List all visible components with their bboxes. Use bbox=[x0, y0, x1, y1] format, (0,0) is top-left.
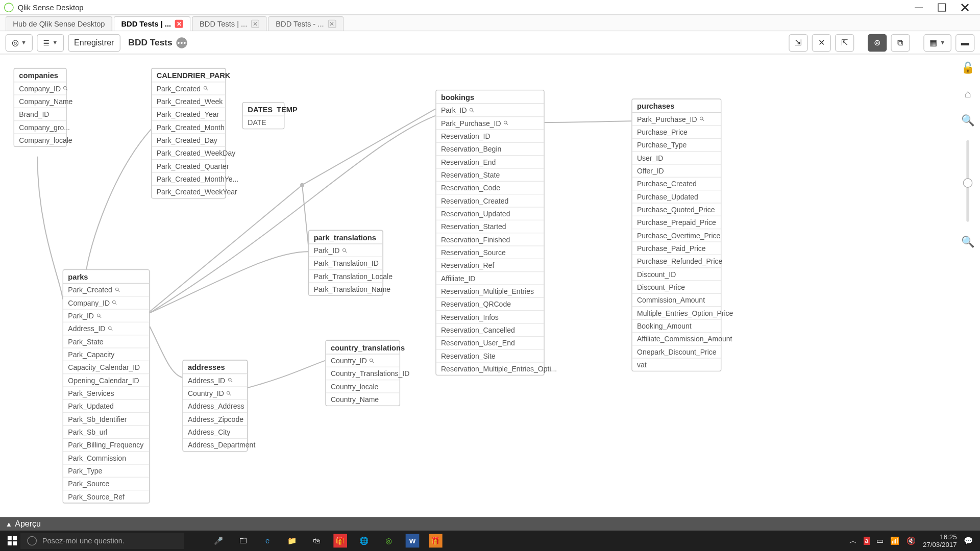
start-button[interactable] bbox=[4, 533, 20, 549]
field-row[interactable]: Park_Created_WeekDay bbox=[152, 147, 225, 160]
field-row[interactable]: Purchase_Updated bbox=[632, 190, 721, 203]
field-row[interactable]: Country_Translations_ID bbox=[326, 367, 400, 380]
field-row[interactable]: Reservation_QRCode bbox=[436, 298, 544, 311]
field-row[interactable]: Country_ID⚲ bbox=[183, 387, 247, 400]
table-header[interactable]: bookings bbox=[436, 90, 544, 104]
field-row[interactable]: Park_Purchase_ID⚲ bbox=[632, 113, 721, 126]
mic-icon[interactable]: 🎤 bbox=[211, 533, 226, 548]
table-header[interactable]: purchases bbox=[632, 99, 721, 113]
field-row[interactable]: Company_gro... bbox=[14, 121, 66, 134]
field-row[interactable]: Park_Capacity bbox=[63, 348, 149, 361]
table-header[interactable]: companies bbox=[14, 69, 66, 83]
close-icon[interactable]: ✕ bbox=[251, 20, 259, 28]
field-row[interactable]: Country_locale bbox=[326, 380, 400, 393]
field-row[interactable]: Park_Translation_Locale bbox=[309, 270, 382, 283]
clock[interactable]: 16:25 27/03/2017 bbox=[923, 533, 957, 548]
list-menu[interactable]: ≣ ▼ bbox=[37, 34, 64, 52]
field-row[interactable]: Reservation_ID bbox=[436, 130, 544, 143]
wifi-icon[interactable]: 📶 bbox=[890, 536, 900, 545]
field-row[interactable]: Park_Updated bbox=[63, 400, 149, 413]
minimize-button[interactable] bbox=[915, 3, 923, 11]
field-row[interactable]: Reservation_End bbox=[436, 156, 544, 168]
home-icon[interactable]: ⌂ bbox=[965, 88, 971, 100]
table-purchases[interactable]: purchasesPark_Purchase_ID⚲Purchase_Price… bbox=[631, 98, 721, 371]
field-row[interactable]: Company_ID⚲ bbox=[63, 296, 149, 309]
data-model-canvas[interactable]: companiesCompany_ID⚲Company_NameBrand_ID… bbox=[0, 55, 980, 510]
expand-button[interactable]: ⇱ bbox=[835, 34, 854, 52]
field-row[interactable]: Reservation_Code bbox=[436, 182, 544, 194]
field-row[interactable]: Reservation_State bbox=[436, 169, 544, 182]
table-header[interactable]: parks bbox=[63, 270, 149, 284]
field-row[interactable]: Reservation_Updated bbox=[436, 208, 544, 220]
field-row[interactable]: Affiliate_ID bbox=[436, 272, 544, 285]
field-row[interactable]: Park_ID⚲ bbox=[436, 104, 544, 117]
tab-app-2[interactable]: BDD Tests | ... ✕ bbox=[192, 16, 267, 31]
close-button[interactable] bbox=[961, 3, 969, 11]
field-row[interactable]: Park_Created_Week bbox=[152, 95, 225, 108]
zoom-out-icon[interactable]: 🔍 bbox=[961, 235, 975, 248]
field-row[interactable]: Reservation_User_End bbox=[436, 337, 544, 349]
field-row[interactable]: Park_Created_WeekYear bbox=[152, 186, 225, 198]
task-view-icon[interactable]: 🗔 bbox=[235, 533, 250, 548]
store-icon[interactable]: 🛍 bbox=[309, 533, 324, 548]
more-icon[interactable]: ••• bbox=[177, 37, 187, 48]
field-row[interactable]: Commission_Amount bbox=[632, 294, 721, 307]
table-companies[interactable]: companiesCompany_ID⚲Company_NameBrand_ID… bbox=[14, 68, 67, 147]
field-row[interactable]: Address_ID⚲ bbox=[63, 322, 149, 335]
field-row[interactable]: User_ID bbox=[632, 152, 721, 164]
field-row[interactable]: Reservation_Finished bbox=[436, 233, 544, 246]
field-row[interactable]: Booking_Amount bbox=[632, 320, 721, 333]
field-row[interactable]: Address_ID⚲ bbox=[183, 374, 247, 387]
tab-hub[interactable]: Hub de Qlik Sense Desktop bbox=[6, 16, 113, 31]
field-row[interactable]: Purchase_Created bbox=[632, 178, 721, 190]
qlik-icon[interactable]: ◎ bbox=[381, 533, 396, 548]
field-row[interactable]: Park_Commission bbox=[63, 452, 149, 464]
explorer-icon[interactable]: 📁 bbox=[284, 533, 299, 548]
field-row[interactable]: Discount_ID bbox=[632, 268, 721, 281]
field-row[interactable]: Park_Created_MonthYe... bbox=[152, 173, 225, 186]
close-icon[interactable]: ✕ bbox=[175, 20, 183, 28]
field-row[interactable]: Park_Translation_Name bbox=[309, 283, 382, 295]
field-row[interactable]: Park_Created_Quarter bbox=[152, 160, 225, 172]
table-bookings[interactable]: bookingsPark_ID⚲Park_Purchase_ID⚲Reserva… bbox=[435, 90, 544, 375]
field-row[interactable]: Purchase_Refunded_Price bbox=[632, 255, 721, 268]
field-row[interactable]: Company_ID⚲ bbox=[14, 82, 66, 95]
field-row[interactable]: Park_Translation_ID bbox=[309, 257, 382, 270]
field-row[interactable]: Purchase_Overtime_Price bbox=[632, 229, 721, 242]
action-center-icon[interactable]: 💬 bbox=[964, 536, 973, 545]
field-row[interactable]: Reservation_Multiple_Entries bbox=[436, 285, 544, 298]
field-row[interactable]: Brand_ID bbox=[14, 108, 66, 121]
table-header[interactable]: CALENDRIER_PARK bbox=[152, 69, 225, 83]
app-icon-2[interactable]: 🎁 bbox=[429, 534, 443, 548]
maximize-button[interactable] bbox=[938, 3, 946, 11]
field-row[interactable]: DATE bbox=[243, 116, 284, 129]
field-row[interactable]: Park_Created_Year bbox=[152, 108, 225, 121]
field-row[interactable]: Onepark_Discount_Price bbox=[632, 345, 721, 358]
field-row[interactable]: Address_City bbox=[183, 426, 247, 439]
field-row[interactable]: Reservation_Site bbox=[436, 349, 544, 362]
field-row[interactable]: Reservation_Source bbox=[436, 246, 544, 259]
table-header[interactable]: DATES_TEMP bbox=[243, 103, 284, 116]
field-row[interactable]: Purchase_Paid_Price bbox=[632, 242, 721, 255]
field-row[interactable]: Address_Department bbox=[183, 439, 247, 451]
tray-chevron-icon[interactable]: ︿ bbox=[849, 536, 857, 546]
zoom-in-icon[interactable]: 🔍 bbox=[961, 114, 975, 127]
field-row[interactable]: Park_Source_Ref bbox=[63, 490, 149, 503]
field-row[interactable]: Country_Name bbox=[326, 393, 400, 406]
field-row[interactable]: Purchase_Prepaid_Price bbox=[632, 216, 721, 229]
chrome-icon[interactable]: 🌐 bbox=[357, 533, 372, 548]
table-parks[interactable]: parksPark_Created⚲Company_ID⚲Park_ID⚲Add… bbox=[63, 269, 150, 504]
field-row[interactable]: Reservation_Started bbox=[436, 220, 544, 233]
field-row[interactable]: Purchase_Price bbox=[632, 126, 721, 139]
field-row[interactable]: Discount_Price bbox=[632, 281, 721, 294]
explore-menu[interactable]: ◎ ▼ bbox=[6, 34, 33, 52]
battery-icon[interactable]: ▭ bbox=[876, 536, 883, 545]
field-row[interactable]: Capacity_Calendar_ID bbox=[63, 361, 149, 374]
cortana-search[interactable]: Posez-moi une question. bbox=[20, 533, 184, 549]
field-row[interactable]: Reservation_Multiple_Entries_Opti... bbox=[436, 363, 544, 375]
tab-app-3[interactable]: BDD Tests - ... ✕ bbox=[268, 16, 344, 31]
field-row[interactable]: Park_ID⚲ bbox=[63, 310, 149, 322]
field-row[interactable]: Reservation_Created bbox=[436, 194, 544, 207]
table-dates_temp[interactable]: DATES_TEMPDATE bbox=[242, 102, 285, 129]
field-row[interactable]: Reservation_Ref bbox=[436, 259, 544, 272]
